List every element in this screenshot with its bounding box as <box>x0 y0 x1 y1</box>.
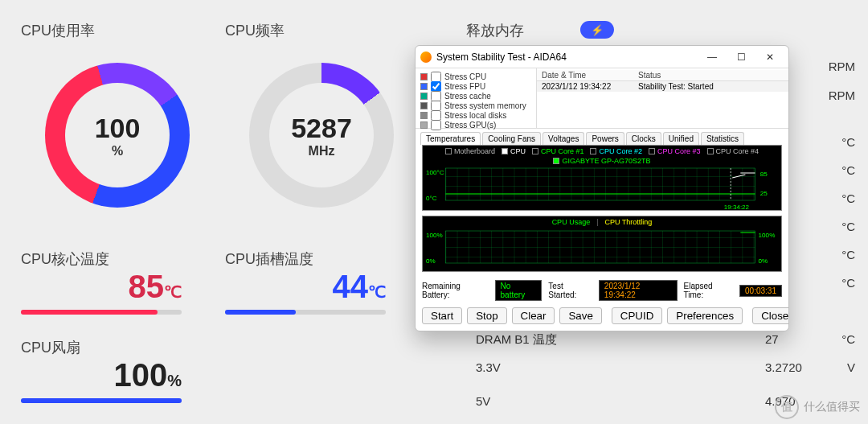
preferences-button[interactable]: Preferences <box>667 307 743 324</box>
elapsed-label: Elapsed Time: <box>684 282 734 299</box>
lg-mobo: Motherboard <box>454 147 495 155</box>
stop-button[interactable]: Stop <box>467 307 506 324</box>
bolt-icon: ⚡ <box>591 24 604 36</box>
cpu-freq-gauge: 5287 MHz <box>249 63 394 208</box>
tab-statistics[interactable]: Statistics <box>701 132 744 145</box>
cpu-fan-bar <box>21 398 182 403</box>
log-date: 2023/1/12 19:34:22 <box>537 81 633 92</box>
maximize-button[interactable]: ☐ <box>727 48 755 66</box>
log-col-date: Date & Time <box>537 70 633 80</box>
save-button[interactable]: Save <box>559 307 601 324</box>
elapsed-value: 00:03:31 <box>739 285 782 297</box>
clear-button[interactable]: Clear <box>512 307 555 324</box>
tab-clocks[interactable]: Clocks <box>626 132 661 145</box>
side-reading: 3.2720V <box>765 360 855 374</box>
close-window-button[interactable]: ✕ <box>756 48 784 66</box>
stress-fpu-checkbox[interactable]: Stress FPU <box>420 81 531 91</box>
tab-temperatures[interactable]: Temperatures <box>420 132 481 145</box>
svg-text:0°C: 0°C <box>426 195 437 202</box>
app-icon <box>420 51 432 63</box>
close-button[interactable]: Close <box>752 307 789 324</box>
cpuid-button[interactable]: CPUID <box>612 307 662 324</box>
lg-throt: CPU Throttling <box>605 218 653 226</box>
cpu-freq-unit: MHz <box>309 144 335 158</box>
socket-temp-value: 44 <box>333 269 369 304</box>
stress-disks-checkbox[interactable]: Stress local disks <box>420 110 531 120</box>
start-label: Test Started: <box>548 282 592 299</box>
socket-temp-unit: ℃ <box>368 283 386 301</box>
lg-c4: CPU Core #4 <box>716 147 760 155</box>
svg-text:25: 25 <box>760 190 768 197</box>
stress-cache-checkbox[interactable]: Stress cache <box>420 91 531 101</box>
side-reading: 27°C <box>765 332 855 346</box>
titlebar[interactable]: System Stability Test - AIDA64 ― ☐ ✕ <box>416 46 788 68</box>
core-temp-unit: ℃ <box>164 283 182 301</box>
socket-temp-bar <box>225 310 386 315</box>
svg-rect-9 <box>445 231 755 263</box>
lg-usage: CPU Usage <box>552 218 591 226</box>
window-title: System Stability Test - AIDA64 <box>436 51 567 63</box>
battery-value: No battery <box>495 280 542 301</box>
cpu-fan-value: 100 <box>113 357 167 393</box>
cpu-fan-unit: % <box>167 372 182 389</box>
cpu-fan-title: CPU风扇 <box>21 338 182 357</box>
battery-label: Remaining Battery: <box>422 282 489 299</box>
svg-text:0%: 0% <box>759 257 768 265</box>
tab-voltages[interactable]: Voltages <box>542 132 584 145</box>
svg-text:0%: 0% <box>426 257 436 265</box>
tab-powers[interactable]: Powers <box>586 132 624 145</box>
watermark: 值 什么值得买 <box>775 395 860 419</box>
core-temp-title: CPU核心温度 <box>21 249 182 269</box>
release-memory-title: 释放内存 <box>466 21 524 40</box>
lg-cpu: CPU <box>510 147 526 155</box>
cpu-usage-title: CPU使用率 <box>21 21 95 40</box>
lg-c1: CPU Core #1 <box>541 147 584 155</box>
lg-c3: CPU Core #3 <box>657 147 701 155</box>
side-reading-label: DRAM B1 温度 <box>476 332 557 348</box>
usage-chart: CPU Usage | CPU Throttling 100% 0% 100% … <box>422 216 782 272</box>
lg-c2: CPU Core #2 <box>599 147 642 155</box>
start-value: 2023/1/12 19:34:22 <box>599 280 678 301</box>
cpu-usage-unit: % <box>112 144 123 158</box>
svg-text:100%: 100% <box>759 232 776 239</box>
chart-time: 19:34:22 <box>423 204 781 211</box>
tab-unified[interactable]: Unified <box>663 132 699 145</box>
side-reading-label: 5V <box>476 394 490 408</box>
release-memory-button[interactable]: ⚡ <box>580 21 614 39</box>
side-reading-label: 3.3V <box>476 360 501 374</box>
stress-cpu-checkbox[interactable]: Stress CPU <box>420 72 531 81</box>
log-status: Stability Test: Started <box>633 81 719 92</box>
log-row: 2023/1/12 19:34:22 Stability Test: Start… <box>537 81 788 92</box>
log-area: Date & Time Status 2023/1/12 19:34:22 St… <box>536 68 788 128</box>
svg-rect-0 <box>445 168 755 200</box>
cpu-usage-gauge: 100 % <box>45 63 190 208</box>
cpu-freq-value: 5287 <box>291 113 352 144</box>
watermark-text: 什么值得买 <box>804 400 860 414</box>
svg-text:100°C: 100°C <box>426 169 444 176</box>
status-bar: Remaining Battery: No battery Test Start… <box>416 277 788 304</box>
svg-text:85: 85 <box>760 171 768 178</box>
sensor-tabs: TemperaturesCooling FansVoltagesPowersCl… <box>416 129 788 145</box>
stress-options: Stress CPU Stress FPU Stress cache Stres… <box>416 68 536 128</box>
svg-text:100%: 100% <box>426 232 443 239</box>
core-temp-value: 85 <box>129 269 165 304</box>
log-col-status: Status <box>633 70 665 80</box>
minimize-button[interactable]: ― <box>698 48 726 66</box>
core-temp-bar <box>21 310 182 315</box>
stress-sysmem-checkbox[interactable]: Stress system memory <box>420 101 531 110</box>
temperature-chart: Motherboard CPU CPU Core #1 CPU Core #2 … <box>422 145 782 211</box>
socket-temp-title: CPU插槽温度 <box>225 249 386 269</box>
start-button[interactable]: Start <box>422 307 462 324</box>
lg-ssd: GIGABYTE GP-AG70S2TB <box>562 157 650 165</box>
aida64-window: System Stability Test - AIDA64 ― ☐ ✕ Str… <box>415 45 789 331</box>
cpu-usage-value: 100 <box>95 113 141 144</box>
tab-cooling-fans[interactable]: Cooling Fans <box>482 132 541 145</box>
cpu-freq-title: CPU频率 <box>225 21 285 40</box>
watermark-icon: 值 <box>775 395 799 419</box>
